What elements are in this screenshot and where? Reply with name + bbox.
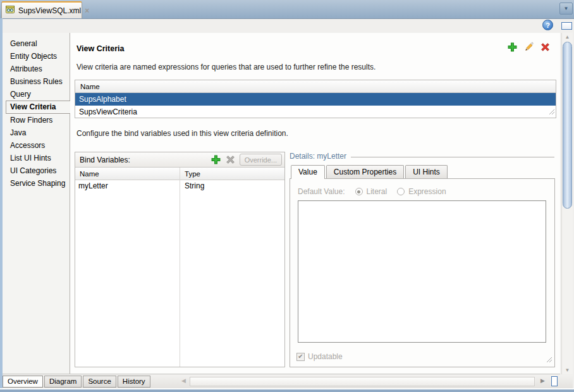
- expression-radio[interactable]: [397, 188, 405, 195]
- sidebar-item-accessors[interactable]: Accessors: [3, 139, 70, 152]
- default-value-textarea[interactable]: [298, 200, 546, 343]
- tab-overview[interactable]: Overview: [3, 376, 43, 388]
- sidebar-item-view-criteria[interactable]: View Criteria: [6, 101, 70, 114]
- bind-variables-header: Bind Variables: Override...: [75, 152, 284, 168]
- details-tabs: Value Custom Properties UI Hints: [291, 165, 449, 178]
- criteria-row[interactable]: SupsAlphabet: [75, 93, 556, 106]
- scroll-right-icon[interactable]: ▶: [540, 377, 545, 384]
- bind-name-column-header[interactable]: Name: [75, 168, 180, 180]
- criteria-column-header[interactable]: Name: [75, 80, 556, 93]
- page-title: View Criteria: [76, 44, 125, 53]
- tab-value[interactable]: Value: [291, 165, 325, 179]
- criteria-row[interactable]: SupsViewCriteria: [75, 106, 556, 118]
- column-divider: [180, 168, 180, 367]
- sidebar-item-business-rules[interactable]: Business Rules: [3, 75, 70, 88]
- editor-mode-tabs: Overview Diagram Source History: [3, 376, 150, 388]
- details-title-rule: [351, 157, 554, 157]
- tab-list-dropdown-button[interactable]: ▼: [559, 3, 573, 15]
- close-tab-icon[interactable]: ×: [85, 8, 89, 14]
- details-panel: Details: myLetter Value Custom Propertie…: [290, 152, 555, 367]
- add-bind-variable-icon[interactable]: [211, 154, 221, 165]
- scroll-left-icon[interactable]: ◀: [181, 377, 186, 384]
- default-value-row: Default Value: Literal Expression: [298, 187, 446, 196]
- sidebar-item-general[interactable]: General: [3, 37, 70, 50]
- sidebar-item-ui-categories[interactable]: UI Categories: [3, 164, 70, 177]
- expression-radio-label: Expression: [408, 187, 446, 196]
- sidebar-item-row-finders[interactable]: Row Finders: [3, 114, 70, 126]
- sidebar-item-attributes[interactable]: Attributes: [3, 63, 70, 75]
- tab-diagram[interactable]: Diagram: [44, 376, 82, 388]
- resize-grip-icon[interactable]: [546, 356, 553, 365]
- overview-editor: General Entity Objects Attributes Busine…: [3, 33, 560, 374]
- bind-type-column-header[interactable]: Type: [180, 168, 284, 180]
- document-tab-title: SupsViewSQL.xml: [18, 6, 81, 15]
- help-icon[interactable]: ?: [542, 20, 553, 30]
- resize-grip-icon[interactable]: [548, 108, 555, 117]
- edit-criteria-icon[interactable]: [523, 42, 534, 52]
- sidebar-item-java[interactable]: Java: [3, 126, 70, 139]
- chevron-down-icon: ▼: [564, 6, 569, 11]
- document-tabbar: SupsViewSQL.xml × ▼: [0, 0, 574, 18]
- literal-radio[interactable]: [355, 188, 363, 195]
- bind-variable-type: String: [180, 180, 284, 192]
- criteria-description: View criteria are named expressions for …: [76, 63, 376, 71]
- add-criteria-icon[interactable]: [507, 42, 518, 52]
- vertical-scrollbar-thumb[interactable]: [563, 42, 572, 209]
- updatable-row: ✔ Updatable: [296, 352, 343, 361]
- editor-bottom-bar: Overview Diagram Source History ◀ ▶: [3, 375, 573, 388]
- view-object-icon: [5, 4, 15, 16]
- tab-custom-properties[interactable]: Custom Properties: [326, 165, 404, 178]
- updatable-label: Updatable: [308, 352, 343, 361]
- sidebar-item-list-ui-hints[interactable]: List UI Hints: [3, 152, 70, 164]
- override-button[interactable]: Override...: [240, 154, 282, 166]
- criteria-table: Name SupsAlphabet SupsViewCriteria: [75, 80, 556, 118]
- details-title: Details: myLetter: [290, 152, 555, 161]
- sidebar-item-query[interactable]: Query: [3, 88, 70, 101]
- default-value-label: Default Value:: [298, 187, 345, 196]
- scroll-up-icon[interactable]: ▲: [562, 34, 573, 40]
- tab-ui-hints[interactable]: UI Hints: [405, 165, 448, 178]
- delete-criteria-icon[interactable]: [540, 42, 551, 52]
- updatable-checkbox[interactable]: ✔: [296, 353, 305, 361]
- bind-variable-name: myLetter: [75, 180, 180, 192]
- bind-variables-table: Name Type myLetter String: [75, 168, 284, 367]
- bind-variables-panel: Bind Variables: Override... Name T: [75, 152, 285, 367]
- sidebar-item-service-shaping[interactable]: Service Shaping: [3, 177, 70, 190]
- literal-radio-label: Literal: [367, 187, 388, 196]
- view-criteria-panel: View Criteria View criteria are n: [70, 33, 560, 374]
- scrollbar-corner-box[interactable]: [551, 376, 558, 386]
- tab-history[interactable]: History: [118, 376, 150, 388]
- bind-variables-label: Bind Variables:: [80, 156, 207, 164]
- vertical-scrollbar[interactable]: ▲ ▼: [561, 33, 573, 374]
- horizontal-scrollbar-track[interactable]: [190, 377, 535, 386]
- value-tab-content: Default Value: Literal Expression ✔ Upda…: [290, 178, 555, 367]
- sidebar-item-entity-objects[interactable]: Entity Objects: [3, 50, 70, 63]
- scroll-down-icon[interactable]: ▼: [562, 367, 573, 373]
- scrollbar-top-box[interactable]: [561, 22, 572, 30]
- configure-hint: Configure the bind variables used in thi…: [76, 129, 288, 138]
- document-tab[interactable]: SupsViewSQL.xml ×: [1, 1, 82, 18]
- check-icon: ✔: [298, 353, 303, 360]
- tab-source[interactable]: Source: [83, 376, 116, 388]
- details-title-text: Details: myLetter: [290, 152, 346, 161]
- criteria-actions: [507, 42, 551, 52]
- window-bottom-edge: [0, 388, 574, 392]
- section-sidebar: General Entity Objects Attributes Busine…: [3, 33, 70, 374]
- section-nav-list: General Entity Objects Attributes Busine…: [3, 33, 70, 190]
- delete-bind-variable-icon[interactable]: [225, 154, 236, 165]
